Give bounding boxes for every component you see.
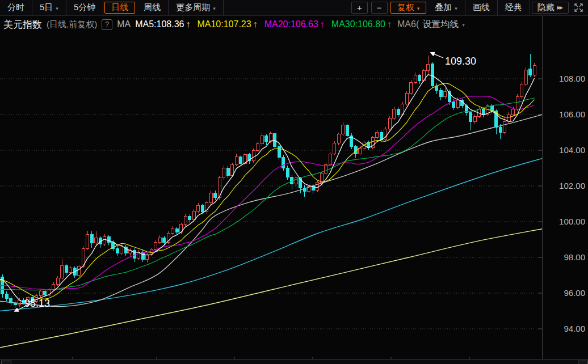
candle-down[interactable]: [141, 250, 144, 261]
ma-settings-dropdown[interactable]: 设置均线 ▾: [419, 18, 468, 32]
candle-down[interactable]: [116, 246, 119, 256]
toolbar-button-adjust[interactable]: 复权▾: [390, 2, 427, 14]
ma20-line: [0, 96, 535, 290]
candle-up[interactable]: [48, 288, 51, 297]
candle-down[interactable]: [248, 153, 251, 164]
candle-up[interactable]: [222, 166, 225, 180]
candle-down[interactable]: [469, 111, 472, 131]
candle-up[interactable]: [78, 265, 81, 277]
candle-down[interactable]: [124, 245, 127, 256]
candle-down[interactable]: [303, 185, 306, 196]
candle-up[interactable]: [393, 107, 396, 120]
candle-down[interactable]: [163, 236, 166, 245]
bottom-right-stub-button[interactable]: [578, 361, 588, 364]
toolbar-button-5day-view[interactable]: 5日▾: [32, 0, 66, 15]
tool-buttons: +−复权▾叠加▾画线经典隐藏▶▶: [350, 0, 588, 15]
candle-down[interactable]: [278, 144, 280, 160]
bottom-left-stub-button[interactable]: [1, 361, 11, 364]
candle-up[interactable]: [39, 290, 42, 298]
toolbar-button-zoom-in[interactable]: +: [351, 2, 368, 14]
candle-down[interactable]: [1, 274, 4, 298]
candle-down[interactable]: [346, 124, 348, 139]
candlestick-chart[interactable]: 108.00106.00104.00102.00100.0098.0096.00…: [0, 0, 588, 364]
toolbar-button-weekly-view[interactable]: 周线: [136, 0, 169, 15]
candle-up[interactable]: [414, 73, 417, 84]
toolbar-button-daily-view[interactable]: 日线: [104, 2, 135, 14]
fullscreen-button[interactable]: [570, 0, 588, 15]
candle-down[interactable]: [107, 235, 110, 245]
toolbar-button-hide[interactable]: 隐藏▶▶: [532, 2, 569, 14]
candle-up[interactable]: [316, 181, 319, 192]
candle-down[interactable]: [226, 166, 229, 177]
candle-down[interactable]: [14, 300, 16, 309]
candle-up[interactable]: [410, 80, 413, 95]
candle-down[interactable]: [499, 124, 502, 138]
candles[interactable]: [1, 54, 536, 309]
candle-down[interactable]: [418, 74, 421, 84]
candle-down[interactable]: [350, 133, 353, 149]
candle-up[interactable]: [257, 141, 259, 152]
candle-up[interactable]: [329, 152, 331, 166]
candle-up[interactable]: [171, 226, 174, 235]
candle-up[interactable]: [184, 214, 187, 226]
candle-up[interactable]: [261, 133, 263, 146]
candle-down[interactable]: [265, 134, 268, 145]
candle-down[interactable]: [435, 83, 438, 94]
candle-down[interactable]: [65, 264, 68, 275]
candle-up[interactable]: [384, 127, 387, 141]
chevron-down-icon: ▾: [213, 6, 216, 11]
candle-up[interactable]: [388, 116, 391, 130]
candle-down[interactable]: [282, 155, 285, 171]
candle-up[interactable]: [371, 136, 374, 150]
y-axis-label: 102.00: [559, 181, 585, 191]
candle-up[interactable]: [444, 88, 447, 98]
toolbar-button-classic[interactable]: 经典: [498, 0, 530, 15]
toolbar-button-minute-view[interactable]: 分时: [0, 0, 32, 15]
candle-up[interactable]: [342, 122, 345, 136]
candle-up[interactable]: [427, 56, 430, 75]
candle-down[interactable]: [10, 296, 12, 306]
toolbar-button-zoom-out[interactable]: −: [371, 2, 388, 14]
toolbar-button-5min-view[interactable]: 5分钟: [66, 0, 103, 15]
candle-up[interactable]: [376, 130, 379, 139]
candle-up[interactable]: [533, 63, 536, 77]
toolbar-button-overlay[interactable]: 叠加▾: [427, 0, 465, 15]
candle-up[interactable]: [520, 82, 523, 99]
candle-up[interactable]: [295, 176, 297, 186]
candle-down[interactable]: [529, 54, 532, 77]
candle-up[interactable]: [86, 231, 89, 251]
candle-up[interactable]: [252, 149, 255, 163]
candle-up[interactable]: [146, 253, 149, 263]
candle-up[interactable]: [473, 115, 476, 124]
candle-up[interactable]: [235, 154, 238, 166]
toolbar-button-draw-line[interactable]: 画线: [465, 0, 498, 15]
candle-up[interactable]: [95, 231, 98, 245]
candle-up[interactable]: [405, 91, 408, 105]
candle-up[interactable]: [205, 201, 208, 214]
candle-up[interactable]: [325, 163, 327, 175]
candle-down[interactable]: [286, 166, 289, 180]
candle-up[interactable]: [61, 259, 64, 280]
y-axis-label: 94.00: [564, 324, 585, 333]
candle-up[interactable]: [337, 133, 340, 145]
toolbar-button-more-periods[interactable]: 更多周期▾: [169, 0, 224, 15]
candle-up[interactable]: [56, 276, 59, 286]
candle-up[interactable]: [197, 203, 200, 213]
candle-up[interactable]: [320, 172, 323, 184]
candle-down[interactable]: [397, 107, 400, 117]
candle-down[interactable]: [482, 107, 485, 117]
candle-up[interactable]: [209, 191, 212, 205]
candle-up[interactable]: [158, 235, 161, 244]
candle-down[interactable]: [5, 291, 8, 301]
candle-down[interactable]: [214, 191, 217, 200]
y-axis-label: 96.00: [564, 288, 585, 298]
candle-down[interactable]: [461, 99, 464, 108]
candle-down[interactable]: [90, 231, 93, 247]
candle-down[interactable]: [188, 214, 191, 222]
help-icon[interactable]: ?: [102, 19, 112, 30]
button-label: 日线: [111, 2, 128, 13]
candle-down[interactable]: [439, 88, 442, 100]
candle-up[interactable]: [333, 141, 336, 155]
candle-down[interactable]: [367, 141, 370, 150]
candle-up[interactable]: [524, 67, 527, 86]
